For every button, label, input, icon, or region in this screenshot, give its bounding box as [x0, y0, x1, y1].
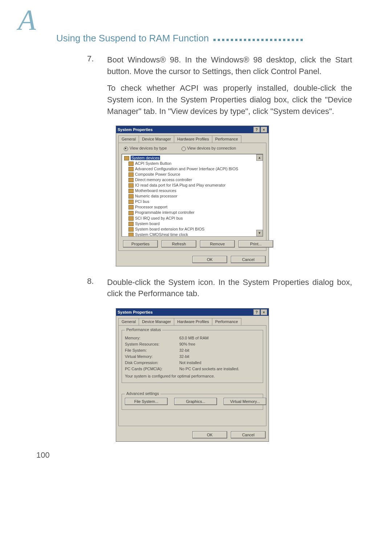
pccards-value: No PC Card sockets are installed. — [179, 367, 239, 371]
filesystem-value: 32-bit — [179, 348, 189, 352]
device-icon — [128, 178, 134, 182]
step-number-7: 7. — [87, 54, 107, 117]
device-icon — [128, 200, 134, 204]
close-button[interactable]: × — [261, 127, 267, 132]
tab-device-manager[interactable]: Device Manager — [139, 135, 174, 143]
section-title: Using the Suspend to RAM Function — [56, 33, 209, 44]
refresh-button[interactable]: Refresh — [162, 240, 196, 248]
tree-item[interactable]: SCI IRQ used by ACPI bus — [135, 216, 183, 220]
device-icon — [128, 167, 134, 171]
page-number: 100 — [36, 450, 363, 460]
device-icon — [128, 211, 134, 215]
memory-value: 63.0 MB of RAM — [179, 336, 209, 340]
tree-item[interactable]: IO read data port for ISA Plug and Play … — [135, 183, 225, 187]
step7-para2: To check whether ACPI was properly insta… — [107, 82, 352, 117]
device-icon — [128, 162, 134, 166]
appendix-letter: A — [18, 4, 36, 37]
graphics-button[interactable]: Graphics... — [174, 398, 217, 405]
ok-button[interactable]: OK — [192, 431, 227, 438]
step7-text: Boot Windows® 98. In the Windows® 98 des… — [107, 54, 352, 77]
close-button[interactable]: × — [261, 309, 267, 315]
step8-text: Double-click the System icon. In the Sys… — [107, 277, 352, 300]
step-number-8: 8. — [87, 277, 107, 300]
tree-root[interactable]: System devices — [131, 156, 160, 160]
tree-item[interactable]: Advanced Configuration and Power Interfa… — [135, 167, 238, 171]
tab-hardware-profiles[interactable]: Hardware Profiles — [174, 318, 212, 325]
tab-performance[interactable]: Performance — [212, 318, 241, 325]
remove-button[interactable]: Remove — [200, 240, 235, 248]
device-icon — [128, 194, 134, 199]
pccards-label: PC Cards (PCMCIA): — [125, 367, 179, 371]
device-icon — [128, 222, 134, 226]
tree-item[interactable]: ACPI System Button — [135, 161, 171, 166]
file-system-button[interactable]: File System... — [125, 398, 168, 405]
device-icon — [128, 189, 134, 193]
help-button[interactable]: ? — [253, 309, 260, 315]
system-properties-dialog-performance: System Properties ? × General Device Man… — [116, 308, 269, 442]
device-tree[interactable]: ▲ System devices ACPI System Button Adva… — [122, 154, 263, 237]
sysres-label: System Resources: — [125, 342, 179, 346]
computer-icon — [124, 156, 129, 160]
scroll-up-button[interactable]: ▲ — [256, 154, 263, 161]
memory-label: Memory: — [125, 336, 179, 340]
tree-item[interactable]: Processor support — [135, 205, 167, 209]
tree-item[interactable]: System board extension for ACPI BIOS — [135, 227, 204, 231]
tab-general[interactable]: General — [118, 318, 139, 325]
filesystem-label: File System: — [125, 348, 179, 352]
virtmem-label: Virtual Memory: — [125, 354, 179, 359]
device-icon — [128, 183, 134, 188]
tab-general[interactable]: General — [118, 135, 139, 143]
device-icon — [128, 205, 134, 209]
tree-item[interactable]: Motherboard resources — [135, 188, 176, 193]
tree-item[interactable]: Numeric data processor — [135, 194, 177, 198]
properties-button[interactable]: Properties — [123, 240, 158, 248]
diskcomp-value: Not installed — [179, 360, 201, 365]
diskcomp-label: Disk Compression: — [125, 360, 179, 365]
tab-performance[interactable]: Performance — [212, 135, 241, 143]
tree-item[interactable]: System board — [135, 221, 160, 226]
device-icon — [128, 216, 134, 221]
device-icon — [128, 172, 134, 177]
tree-item[interactable]: Programmable interrupt controller — [135, 210, 195, 215]
tree-item[interactable]: System CMOS/real time clock — [135, 232, 188, 237]
cancel-button[interactable]: Cancel — [231, 256, 266, 263]
cancel-button[interactable]: Cancel — [231, 431, 266, 438]
ok-button[interactable]: OK — [192, 256, 227, 263]
tab-device-manager[interactable]: Device Manager — [139, 318, 174, 325]
radio-view-by-type[interactable]: View devices by type — [124, 146, 167, 151]
advanced-settings-label: Advanced settings — [125, 391, 160, 396]
sysres-value: 90% free — [179, 342, 195, 346]
dotted-divider — [213, 39, 303, 41]
tree-item[interactable]: Composite Power Source — [135, 172, 180, 176]
tree-item[interactable]: Direct memory access controller — [135, 177, 192, 182]
performance-status-label: Performance status — [125, 327, 162, 332]
device-icon — [128, 233, 134, 237]
print-button[interactable]: Print... — [238, 240, 273, 248]
optimal-text: Your system is configured for optimal pe… — [125, 374, 260, 378]
system-properties-dialog-devmgr: System Properties ? × General Device Man… — [116, 126, 269, 266]
radio-view-by-connection[interactable]: View devices by connection — [181, 146, 236, 151]
virtual-memory-button[interactable]: Virtual Memory... — [224, 398, 266, 405]
virtmem-value: 32-bit — [179, 354, 189, 359]
tab-hardware-profiles[interactable]: Hardware Profiles — [174, 135, 212, 143]
tree-item[interactable]: PCI bus — [135, 199, 149, 204]
dialog2-title: System Properties — [118, 310, 153, 314]
help-button[interactable]: ? — [253, 127, 260, 132]
dialog1-title: System Properties — [118, 127, 153, 132]
device-icon — [128, 227, 134, 232]
scroll-down-button[interactable]: ▼ — [256, 230, 263, 236]
